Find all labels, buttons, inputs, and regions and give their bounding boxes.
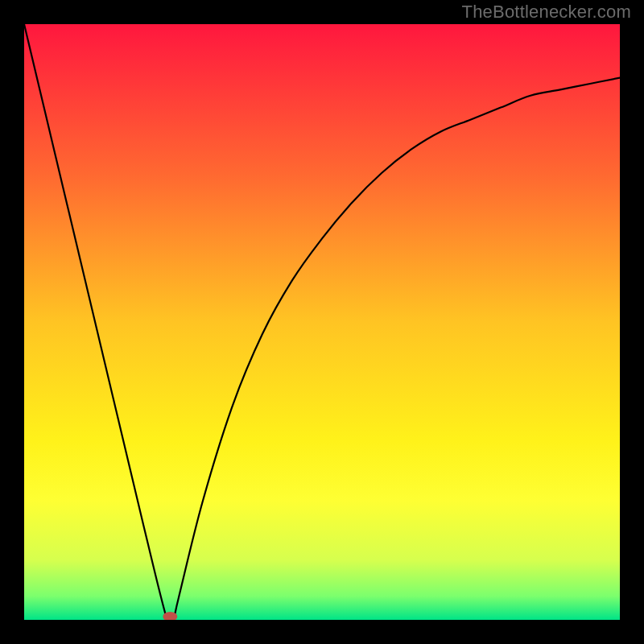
attribution-watermark: TheBottlenecker.com (462, 2, 631, 23)
plot-area (24, 24, 620, 620)
chart-frame: TheBottlenecker.com (0, 0, 644, 644)
chart-background (24, 24, 620, 620)
bottleneck-chart-svg (24, 24, 620, 620)
